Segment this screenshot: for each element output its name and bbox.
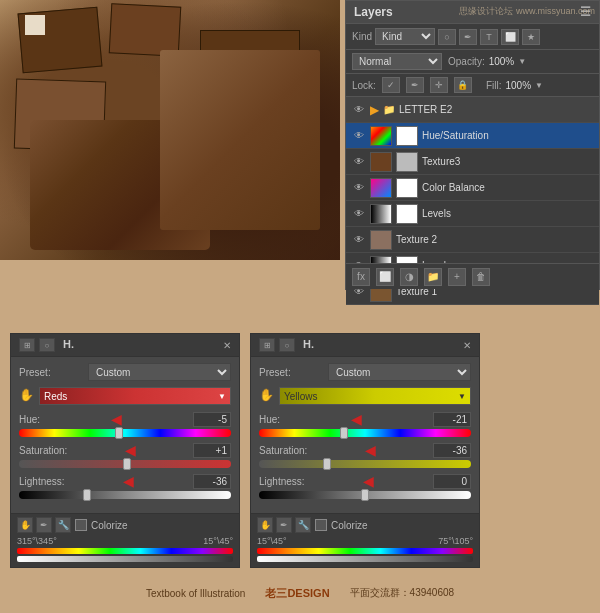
hue-thumb-right[interactable] [340, 427, 348, 439]
light-thumb-right[interactable] [361, 489, 369, 501]
color-balance-thumb [370, 178, 392, 198]
prop-close-right[interactable]: ✕ [463, 340, 471, 351]
eye-icon-5[interactable]: 👁 [352, 207, 366, 221]
tool-icons-left: ✋ ✒ 🔧 [17, 517, 71, 533]
hue-input-left[interactable]: -5 [193, 412, 231, 427]
prop-title-left: H. [63, 338, 74, 352]
hue-thumb-left[interactable] [115, 427, 123, 439]
tool-icon-dropper-right[interactable]: 🔧 [295, 517, 311, 533]
eye-icon[interactable]: 👁 [352, 103, 366, 117]
eye-icon-4[interactable]: 👁 [352, 181, 366, 195]
channel-select-right[interactable]: Yellows ▼ [279, 387, 471, 405]
eye-icon-6[interactable]: 👁 [352, 233, 366, 247]
delete-layer-btn[interactable]: 🗑 [472, 268, 490, 286]
fill-row: Fill: 100% ▼ [486, 80, 543, 91]
channel-chevron-right: ▼ [458, 392, 466, 401]
light-slider-right[interactable] [259, 491, 471, 499]
layer-icon-shape[interactable]: ⬜ [501, 29, 519, 45]
prop-icon-circle-right[interactable]: ○ [279, 338, 295, 352]
blend-mode-select[interactable]: Normal [352, 53, 442, 70]
layer-icon-T[interactable]: T [480, 29, 498, 45]
light-slider-left[interactable] [19, 491, 231, 499]
sat-slider-left[interactable] [19, 460, 231, 468]
prop-icon-circle[interactable]: ○ [39, 338, 55, 352]
preset-row-right: Preset: Custom [259, 363, 471, 381]
preset-select-right[interactable]: Custom [328, 363, 471, 381]
sat-input-left[interactable]: +1 [193, 443, 231, 458]
prop-title-right: H. [303, 338, 314, 352]
kind-select[interactable]: Kind [375, 28, 435, 45]
layer-icon-star[interactable]: ★ [522, 29, 540, 45]
sat-label-row-right: Saturation: ◀ -36 [259, 442, 471, 458]
layers-kind-toolbar: Kind Kind ○ ✒ T ⬜ ★ [346, 24, 599, 50]
layer-mask-thumb-1 [396, 126, 418, 146]
layers-title: Layers [354, 5, 393, 19]
layer-color-balance[interactable]: 👁 Color Balance [346, 175, 599, 201]
hue-slider-right[interactable] [259, 429, 471, 437]
layer-name-letter-e2: LETTER E2 [399, 104, 593, 115]
levels1-thumb [370, 204, 392, 224]
prop-icon-grid[interactable]: ⊞ [19, 338, 35, 352]
channel-select-left[interactable]: Reds ▼ [39, 387, 231, 405]
hue-arrow-right: ◀ [351, 411, 362, 427]
lock-icon-lock[interactable]: 🔒 [454, 77, 472, 93]
tool-icon-dropper-left[interactable]: 🔧 [55, 517, 71, 533]
colorize-checkbox-right[interactable] [315, 519, 327, 531]
hue-row-left: Hue: ◀ -5 [19, 411, 231, 437]
sat-label-row-left: Saturation: ◀ +1 [19, 442, 231, 458]
sat-thumb-left[interactable] [123, 458, 131, 470]
channel-row-left: ✋ Reds ▼ [19, 387, 231, 405]
layer-icon-pen[interactable]: ✒ [459, 29, 477, 45]
folder-btn[interactable]: 📁 [424, 268, 442, 286]
lock-icon-move[interactable]: ✛ [430, 77, 448, 93]
range-row-left: 315°\345° 15°\45° [17, 536, 233, 546]
light-input-left[interactable]: -36 [193, 474, 231, 489]
bottom-bar: Textbook of Illustration 老三DESIGN 平面交流群：… [0, 573, 600, 613]
sat-input-right[interactable]: -36 [433, 443, 471, 458]
layer-mask-thumb-3 [396, 178, 418, 198]
light-input-right[interactable]: 0 [433, 474, 471, 489]
hue-arrow-left: ◀ [111, 411, 122, 427]
layer-texture3[interactable]: 👁 Texture3 [346, 149, 599, 175]
tool-icon-brush-left[interactable]: ✒ [36, 517, 52, 533]
lock-icon-check[interactable]: ✓ [382, 77, 400, 93]
kind-label: Kind [352, 31, 372, 42]
light-thumb-left[interactable] [83, 489, 91, 501]
opacity-row: Opacity: 100% ▼ [448, 56, 526, 67]
rainbow-bar-left [17, 548, 233, 554]
layer-mask-thumb-2 [396, 152, 418, 172]
layer-hue-saturation[interactable]: 👁 Hue/Saturation [346, 123, 599, 149]
lock-icon-brush[interactable]: ✒ [406, 77, 424, 93]
tool-icons-right: ✋ ✒ 🔧 [257, 517, 311, 533]
add-mask-btn[interactable]: ⬜ [376, 268, 394, 286]
bottom-logo: 老三DESIGN [265, 586, 329, 601]
rainbow-bar-right [257, 548, 473, 554]
colorize-checkbox-left[interactable] [75, 519, 87, 531]
layer-texture2[interactable]: 👁 Texture 2 [346, 227, 599, 253]
layer-levels-1[interactable]: 👁 Levels [346, 201, 599, 227]
eye-icon-3[interactable]: 👁 [352, 155, 366, 169]
sat-arrow-right: ◀ [365, 442, 376, 458]
prop-icon-grid-right[interactable]: ⊞ [259, 338, 275, 352]
opacity-chevron: ▼ [518, 57, 526, 66]
sat-slider-right[interactable] [259, 460, 471, 468]
preset-select-left[interactable]: Custom [88, 363, 231, 381]
tool-icon-brush-right[interactable]: ✒ [276, 517, 292, 533]
white-bar-right [257, 556, 473, 562]
prop-close-left[interactable]: ✕ [223, 340, 231, 351]
add-style-btn[interactable]: fx [352, 268, 370, 286]
tool-icon-hand-left[interactable]: ✋ [17, 517, 33, 533]
light-arrow-left: ◀ [123, 473, 134, 489]
layer-group-letter-e2[interactable]: 👁 ▶ 📁 LETTER E2 [346, 97, 599, 123]
tool-icon-hand-right[interactable]: ✋ [257, 517, 273, 533]
new-layer-btn[interactable]: + [448, 268, 466, 286]
eye-icon-2[interactable]: 👁 [352, 129, 366, 143]
layer-icon-circle[interactable]: ○ [438, 29, 456, 45]
hue-label-row-right: Hue: ◀ -21 [259, 411, 471, 427]
hue-input-right[interactable]: -21 [433, 412, 471, 427]
range1-right: 15°\45° [257, 536, 287, 546]
layers-panel: Layers ☰ Kind Kind ○ ✒ T ⬜ ★ Normal Opac… [345, 0, 600, 290]
sat-thumb-right[interactable] [323, 458, 331, 470]
adjustment-btn[interactable]: ◑ [400, 268, 418, 286]
hue-slider-left[interactable] [19, 429, 231, 437]
